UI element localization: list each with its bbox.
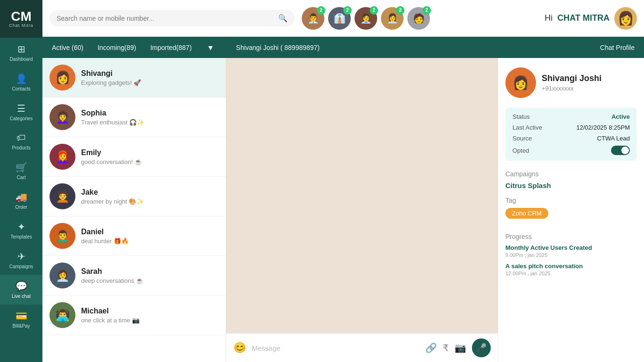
opted-toggle[interactable]	[611, 146, 630, 155]
avatar-badge-5: 2	[422, 6, 431, 15]
sidebar-item-dashboard[interactable]: ⊞ Dashboard	[0, 38, 42, 67]
agent-avatar-5[interactable]: 🧑 2	[407, 7, 430, 30]
sidebar-item-billpay[interactable]: 💳 Bill&Pay	[0, 304, 42, 334]
sidebar-item-label: Live chat	[12, 294, 31, 299]
categories-icon: ☰	[17, 103, 25, 114]
tag-section: Tag Zoho CRM	[505, 197, 637, 226]
camera-icon[interactable]: 📷	[454, 342, 466, 354]
sidebar-item-categories[interactable]: ☰ Categories	[0, 97, 42, 127]
sidebar-item-label: Dashboard	[10, 57, 33, 62]
status-label: Status	[512, 113, 530, 120]
emoji-button[interactable]: 😊	[233, 342, 246, 354]
chat-info-sarah: Sarah deep conversations ☕	[81, 267, 219, 284]
avatar-badge-3: 2	[370, 6, 378, 15]
avatar-badge-2: 2	[343, 6, 352, 15]
chat-list: 👩 Shivangi Exploring gadgets! 🚀 👩‍🦱 Soph…	[42, 58, 226, 362]
status-row: Status Active	[512, 113, 630, 120]
livechat-icon: 💬	[16, 280, 27, 292]
chat-item-shivangi[interactable]: 👩 Shivangi Exploring gadgets! 🚀	[42, 58, 226, 98]
campaigns-icon: ✈	[17, 251, 25, 262]
greeting-hi: Hi	[545, 13, 553, 23]
source-label: Source	[512, 135, 532, 142]
chat-name: Emily	[81, 148, 219, 157]
chat-preview: deep conversations ☕	[81, 277, 219, 284]
chat-preview: Exploring gadgets! 🚀	[81, 79, 219, 86]
greeting: Hi CHAT MITRA 👩	[545, 7, 637, 30]
chat-item-jake[interactable]: 🧑‍🦱 Jake dreamer by night 🎨✨	[42, 177, 226, 216]
agent-avatar-4[interactable]: 👩‍💼 2	[381, 7, 404, 30]
avatar-badge-4: 2	[396, 6, 405, 15]
right-panel: 👩 Shivangi Joshi +91xxxxxxx Status Activ…	[498, 58, 644, 362]
sidebar-item-contacts[interactable]: 👤 Contacts	[0, 67, 42, 97]
chat-info-michael: Michael one click at a time 📷	[81, 307, 219, 324]
sidebar-item-label: Templates	[10, 234, 32, 239]
chat-preview: dreamer by night 🎨✨	[81, 198, 219, 205]
agent-avatar-1[interactable]: 👨‍💼 2	[302, 7, 324, 30]
avatar-badge-1: 2	[317, 6, 325, 15]
profile-name: Shivangi Joshi	[542, 74, 602, 83]
chat-info-daniel: Daniel deal hunter 🎁🔥	[81, 228, 219, 245]
sidebar-item-label: Bill&Pay	[12, 323, 30, 329]
sidebar-item-templates[interactable]: ✦ Templates	[0, 215, 42, 245]
search-box[interactable]: 🔍	[50, 10, 295, 26]
topbar: 🔍 👨‍💼 2 👔 2 🧑‍💼 2 👩‍💼 2 🧑 2	[42, 0, 644, 37]
logo-cm: CM	[11, 10, 32, 23]
contacts-icon: 👤	[16, 73, 27, 84]
sidebar-item-cart[interactable]: 🛒 Cart	[0, 156, 42, 186]
message-input-area: 😊 🔗 ₹ 📷 🎤	[226, 333, 498, 362]
tab-imported[interactable]: Imported(887)	[150, 44, 192, 51]
sidebar: CM Chat Mitra ⊞ Dashboard 👤 Contacts ☰ C…	[0, 0, 42, 362]
logo-subtitle: Chat Mitra	[9, 23, 33, 28]
agent-avatar-2[interactable]: 👔 2	[328, 7, 351, 30]
message-input[interactable]	[252, 344, 420, 352]
tab-active[interactable]: Active (60)	[52, 44, 83, 51]
dashboard-icon: ⊞	[17, 43, 25, 55]
last-active-row: Last Active 12/02/2025 8:25PM	[512, 124, 630, 131]
chat-info-emily: Emily good conversation! ☕	[81, 148, 219, 165]
progress-label: Progress	[505, 233, 637, 240]
chat-preview: Travel enthusiast 🎧✨	[81, 119, 219, 126]
sidebar-item-order[interactable]: 🚚 Order	[0, 186, 42, 215]
greeting-brand: CHAT MITRA	[557, 13, 610, 23]
tag-badge: Zoho CRM	[505, 208, 548, 219]
search-input[interactable]	[57, 15, 273, 22]
rupee-icon[interactable]: ₹	[443, 342, 449, 354]
chat-item-daniel[interactable]: 👨‍🦱 Daniel deal hunter 🎁🔥	[42, 216, 226, 256]
profile-info: Shivangi Joshi +91xxxxxxx	[542, 74, 602, 92]
progress-title-1: Monthly Active Users Created	[505, 244, 637, 251]
templates-icon: ✦	[17, 221, 25, 232]
sidebar-item-label: Campaigns	[9, 264, 33, 269]
source-row: Source CTWA Lead	[512, 135, 630, 142]
chat-window: 😊 🔗 ₹ 📷 🎤	[226, 58, 498, 362]
chat-item-michael[interactable]: 👨‍💻 Michael one click at a time 📷	[42, 296, 226, 335]
attach-icon[interactable]: 🔗	[425, 342, 437, 354]
tab-incoming[interactable]: Incoming(89)	[98, 44, 136, 51]
agent-avatar-3[interactable]: 🧑‍💼 2	[355, 7, 377, 30]
mic-button[interactable]: 🎤	[472, 338, 491, 357]
content-area: 👩 Shivangi Exploring gadgets! 🚀 👩‍🦱 Soph…	[42, 58, 644, 362]
chat-name: Daniel	[81, 228, 219, 236]
chat-info-sophia: Sophia Travel enthusiast 🎧✨	[81, 109, 219, 126]
sidebar-item-products[interactable]: 🏷 Products	[0, 127, 42, 156]
chat-name: Sarah	[81, 267, 219, 276]
sidebar-item-campaigns[interactable]: ✈ Campaigns	[0, 245, 42, 275]
campaign-name: Citrus Splash	[505, 181, 637, 189]
chevron-down-icon[interactable]: ▾	[208, 42, 213, 53]
chat-avatar-sarah: 👩‍💼	[50, 263, 75, 288]
chat-avatar-emily: 👩‍🦰	[50, 144, 75, 170]
chat-info-jake: Jake dreamer by night 🎨✨	[81, 188, 219, 205]
chat-name: Shivangi	[81, 69, 219, 78]
sidebar-item-label: Categories	[10, 116, 33, 121]
main-content: 🔍 👨‍💼 2 👔 2 🧑‍💼 2 👩‍💼 2 🧑 2	[42, 0, 644, 362]
sidebar-item-livechat[interactable]: 💬 Live chat	[0, 275, 42, 304]
chat-name: Michael	[81, 307, 219, 315]
chat-item-sophia[interactable]: 👩‍🦱 Sophia Travel enthusiast 🎧✨	[42, 98, 226, 137]
cart-icon: 🛒	[16, 162, 27, 173]
chat-item-sarah[interactable]: 👩‍💼 Sarah deep conversations ☕	[42, 256, 226, 296]
chat-info-shivangi: Shivangi Exploring gadgets! 🚀	[81, 69, 219, 86]
chat-profile-button[interactable]: Chat Profile	[600, 44, 635, 51]
subheader: Active (60) Incoming(89) Imported(887) ▾…	[42, 37, 644, 58]
sidebar-item-label: Products	[12, 145, 30, 150]
chat-preview: deal hunter 🎁🔥	[81, 238, 219, 245]
chat-item-emily[interactable]: 👩‍🦰 Emily good conversation! ☕	[42, 137, 226, 177]
